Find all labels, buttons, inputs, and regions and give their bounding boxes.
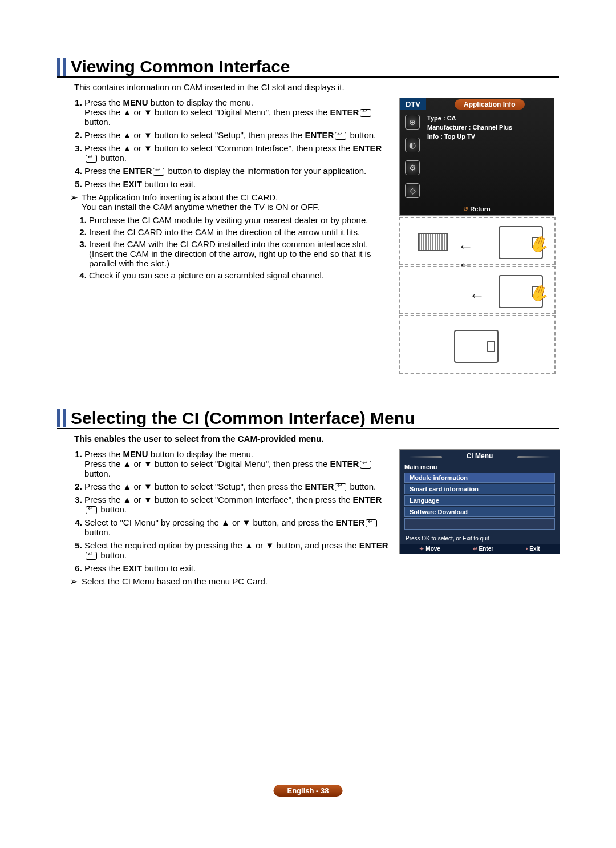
- dtv-manufacturer: Manufacturer : Channel Plus: [427, 123, 512, 132]
- step-5: Press the EXIT button to exit.: [84, 179, 392, 189]
- exit-word: EXIT: [123, 179, 142, 189]
- step2-1: Press the MENU button to display the men…: [84, 449, 392, 478]
- enter-word: ENTER: [353, 143, 382, 153]
- substep-1: Purchase the CI CAM module by visiting y…: [89, 215, 392, 225]
- note-1: ➢ The Application Info inserting is abou…: [70, 192, 392, 212]
- ci-menu-screenshot: CI Menu Main menu Module information Sma…: [399, 449, 560, 554]
- t: button to display the information for yo…: [165, 166, 366, 176]
- ci-exit-label: Exit: [526, 546, 540, 552]
- t: button to display the menu.: [148, 449, 253, 459]
- note-arrow-icon: ➢: [70, 576, 78, 587]
- t: Press the: [84, 166, 123, 176]
- t: Press the: [84, 179, 123, 189]
- step-3: Press the ▲ or ▼ button to select "Commo…: [84, 143, 392, 163]
- enter-word: ENTER: [305, 130, 334, 140]
- exit-word: EXIT: [123, 563, 142, 573]
- t: Insert the CI CARD into the CAM in the d…: [89, 227, 360, 237]
- enter-word: ENTER: [330, 107, 359, 117]
- heading-marks-icon: [57, 58, 66, 76]
- t: Check if you can see a picture on a scra…: [89, 270, 324, 280]
- step2-3: Press the ▲ or ▼ button to select "Commo…: [84, 495, 392, 514]
- dtv-screenshot: DTV Application Info ⊕ ◐ ⚙ ◇ Type : CA M…: [399, 98, 554, 216]
- section-2-intro: This enables the user to select from the…: [74, 434, 559, 443]
- dtv-tab: Application Info: [455, 99, 525, 110]
- ci-item-blank: [404, 518, 555, 530]
- heading-2-text: Selecting the CI (Common Interface) Menu: [71, 409, 415, 428]
- t: button.: [84, 469, 111, 478]
- enter-icon: [86, 506, 97, 514]
- t: button.: [84, 527, 111, 537]
- t: Press the ▲ or ▼ button to select "Digit…: [84, 459, 330, 469]
- dtv-tag: DTV: [400, 98, 426, 110]
- t: (Insert the CAM in the direction of the …: [89, 249, 371, 268]
- t: Purchase the CI CAM module by visiting y…: [89, 215, 368, 225]
- ci-move-label: Move: [419, 546, 440, 552]
- ci-card-icon: [418, 233, 448, 251]
- enter-icon: [366, 519, 377, 527]
- t: Press the ▲ or ▼ button to select "Commo…: [84, 495, 353, 504]
- section-1-body: Press the MENU button to display the men…: [57, 98, 392, 374]
- dtv-info: Info : Top Up TV: [427, 132, 512, 141]
- t: button.: [98, 153, 127, 163]
- enter-icon: [360, 461, 371, 469]
- page-footer: English - 38: [274, 785, 343, 797]
- dtv-return: Return: [400, 203, 554, 215]
- menu-word: MENU: [123, 449, 148, 459]
- heading-marks-icon: [57, 409, 66, 427]
- enter-icon: [360, 109, 371, 117]
- step2-2: Press the ▲ or ▼ button to select "Setup…: [84, 482, 392, 491]
- ci-hint: Press OK to select, or Exit to quit: [400, 533, 560, 544]
- channel-icon: ◐: [405, 138, 420, 152]
- t: Select the required option by pressing t…: [84, 540, 359, 550]
- step-1: Press the MENU button to display the men…: [84, 98, 392, 127]
- dtv-type: Type : CA: [427, 114, 512, 123]
- step-4: Press the ENTER button to display the in…: [84, 166, 392, 176]
- substep-2: Insert the CI CARD into the CAM in the d…: [89, 227, 392, 237]
- step2-6: Press the EXIT button to exit.: [84, 563, 392, 573]
- t: Insert the CAM with the CI CARD installe…: [89, 239, 368, 249]
- substep-3: Insert the CAM with the CI CARD installe…: [89, 239, 392, 268]
- enter-icon: [335, 132, 346, 140]
- ci-main-label: Main menu: [400, 462, 560, 471]
- note-line: Select the CI Menu based on the menu PC …: [82, 576, 268, 586]
- note-2: ➢ Select the CI Menu based on the menu P…: [70, 576, 392, 587]
- t: Press the: [84, 449, 123, 459]
- t: Select to "CI Menu" by pressing the ▲ or…: [84, 518, 336, 527]
- enter-icon: [86, 552, 97, 560]
- t: button.: [347, 482, 376, 491]
- t: button to exit.: [142, 179, 196, 189]
- heading-1-text: Viewing Common Interface: [71, 57, 290, 76]
- guide-icon: ⊕: [405, 115, 420, 130]
- ci-item-language: Language: [404, 495, 555, 506]
- section-heading-1: Viewing Common Interface: [57, 57, 559, 78]
- enter-word: ENTER: [336, 518, 365, 527]
- diagram-insert-card-1: ←← ✋: [399, 217, 556, 265]
- t: button.: [347, 130, 376, 140]
- section-heading-2: Selecting the CI (Common Interface) Menu: [57, 409, 559, 429]
- enter-icon: [86, 155, 97, 163]
- section-1-intro: This contains information on CAM inserte…: [74, 82, 348, 92]
- substep-4: Check if you can see a picture on a scra…: [89, 270, 392, 280]
- t: button.: [98, 550, 127, 560]
- step2-4: Select to "CI Menu" by pressing the ▲ or…: [84, 518, 392, 537]
- enter-word: ENTER: [359, 540, 388, 550]
- section-2-body: Press the MENU button to display the men…: [57, 449, 392, 587]
- enter-icon: [153, 168, 164, 176]
- enter-word: ENTER: [305, 482, 334, 491]
- diagram-insert-card-2: ← ✋: [399, 266, 556, 314]
- setup-icon: ⚙: [405, 160, 420, 175]
- t: Press the ▲ or ▼ button to select "Setup…: [84, 482, 305, 491]
- enter-word: ENTER: [353, 495, 382, 504]
- ci-enter-label: Enter: [473, 546, 494, 552]
- t: button to exit.: [142, 563, 196, 573]
- arrow-left-icon: ←: [469, 286, 485, 305]
- ci-title: CI Menu: [400, 450, 560, 462]
- t: Press the: [84, 98, 123, 107]
- t: button.: [98, 504, 127, 514]
- tv-front-icon: [454, 330, 499, 363]
- enter-word: ENTER: [330, 459, 359, 469]
- ci-item-download: Software Download: [404, 507, 555, 517]
- t: Press the ▲ or ▼ button to select "Setup…: [84, 130, 305, 140]
- lang-icon: ◇: [405, 183, 420, 198]
- t: Press the ▲ or ▼ button to select "Commo…: [84, 143, 353, 153]
